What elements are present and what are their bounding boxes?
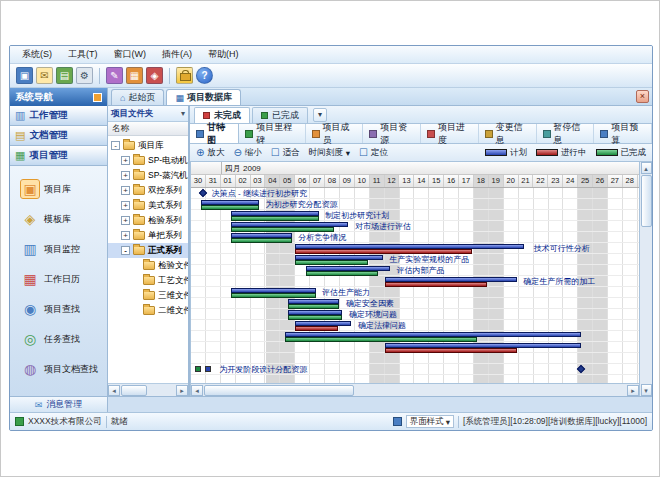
tree-item[interactable]: +单把系列 [108,228,188,243]
gantt-bar-done[interactable] [231,238,292,243]
scroll-right-icon[interactable]: ▸ [176,385,188,396]
edit-icon[interactable]: ✎ [106,67,123,84]
gantt-vertical-scrollbar[interactable]: ▴ ▾ [639,162,652,396]
tree-item[interactable]: +双控系列 [108,183,188,198]
tree-item[interactable]: +SP-蒸汽机系列 [108,168,188,183]
sidebar-item-project-doc-search[interactable]: ◍项目文档查找 [10,354,107,384]
zoom-out-button[interactable]: ⊖缩小 [233,147,261,159]
gantt-vscroll-track[interactable] [641,174,652,384]
expand-icon[interactable]: + [121,231,130,240]
gantt-bar-done[interactable] [285,337,477,342]
gantt-bar-done[interactable] [231,216,318,221]
scroll-right-icon[interactable]: ▸ [627,385,639,396]
expand-icon[interactable]: + [121,201,130,210]
tree-item[interactable]: +SP-电动机系列 [108,153,188,168]
gantt-bar-done[interactable] [306,271,379,276]
view-tab-milestones[interactable]: 项目里程碑 [239,124,305,143]
task-mark[interactable] [195,366,201,372]
tree-item[interactable]: -项目库 [108,138,188,153]
gantt-horizontal-scrollbar[interactable]: ◂ ▸ [191,383,639,396]
collapse-icon[interactable]: - [111,141,120,150]
gantt-bar-done[interactable] [288,315,343,320]
gantt-bar-progress[interactable] [385,348,517,353]
mail-icon[interactable]: ✉ [36,67,53,84]
tree-item[interactable]: 工艺文件 [108,273,188,288]
expand-icon[interactable]: + [121,186,130,195]
gantt-bar-done[interactable] [231,227,333,232]
help-icon[interactable]: ? [196,67,213,84]
view-tab-budget[interactable]: 项目预算 [594,124,652,143]
tree-scroll-thumb[interactable] [121,385,147,396]
tree-item[interactable]: -正式系列 [108,243,188,258]
sidebar-item-work-calendar[interactable]: ▦工作日历 [10,264,107,294]
sidebar-item-task-search[interactable]: ◎任务查找 [10,324,107,354]
expand-icon[interactable]: + [121,171,130,180]
project-folder-header[interactable]: 项目文件夹 ▾ [108,106,188,122]
chart-icon[interactable]: ▦ [126,67,143,84]
sidebar-group-work-management[interactable]: ▥工作管理 [10,106,107,126]
zoom-in-button[interactable]: ⊕放大 [196,147,224,159]
scroll-down-icon[interactable]: ▾ [641,384,652,396]
view-tab-changes[interactable]: 变更信息 [479,124,537,143]
settings-icon[interactable]: ⚙ [76,67,93,84]
locate-button[interactable]: ☐定位 [359,147,388,159]
tree-item[interactable]: 检验文件 [108,258,188,273]
gantt-bar-progress[interactable] [385,282,487,287]
sidebar-options-icon[interactable] [93,93,102,102]
scroll-up-icon[interactable]: ▴ [641,162,652,174]
tab-project-database[interactable]: ▦项目数据库 [166,89,241,105]
task-mark[interactable] [205,366,211,372]
gantt-bar-progress[interactable] [295,249,472,254]
tab-message-management[interactable]: ✉ 消息管理 [10,397,108,412]
milestone-diamond[interactable] [199,189,207,197]
sidebar-item-project-search[interactable]: ◉项目查找 [10,294,107,324]
tree-item[interactable]: 三维文件 [108,288,188,303]
gantt-bar-done[interactable] [295,260,368,265]
sidebar-group-project-management[interactable]: ▦项目管理 [10,146,107,166]
sidebar-item-project-library[interactable]: ▣项目库 [10,174,107,204]
doc-tab-label: 项目数据库 [187,91,232,104]
view-tab-progress[interactable]: 项目进度 [421,124,479,143]
menu-system[interactable]: 系统(S) [14,46,60,63]
tab-start-page[interactable]: ⌂起始页 [111,89,164,105]
scroll-left-icon[interactable]: ◂ [108,385,120,396]
tree-column-header[interactable]: 名称 [108,122,188,136]
tree-horizontal-scrollbar[interactable]: ◂ ▸ [108,383,188,396]
view-tab-members[interactable]: 项目成员 [306,124,364,143]
expand-icon[interactable]: + [121,156,130,165]
plugin-icon[interactable]: ◈ [146,67,163,84]
fit-button[interactable]: ☐适合 [271,147,300,159]
gantt-vscroll-thumb[interactable] [641,175,652,227]
scroll-left-icon[interactable]: ◂ [191,385,203,396]
system-icon[interactable]: ▣ [16,67,33,84]
collapse-icon[interactable]: - [121,246,130,255]
expand-icon[interactable]: + [121,216,130,225]
time-scale-button[interactable]: 时间刻度▾ [309,147,350,159]
grid-icon[interactable]: ▤ [56,67,73,84]
tree-scroll-track[interactable] [120,385,176,396]
style-selector[interactable]: 界面样式 ▾ [406,415,454,428]
tree-item[interactable]: 二维文件 [108,303,188,318]
chevron-down-icon[interactable]: ▾ [181,109,185,118]
lock-icon[interactable] [176,67,193,84]
gantt-bar-done[interactable] [201,205,259,210]
gantt-bar-done[interactable] [288,304,340,309]
view-tab-gantt[interactable]: 甘特图 [190,124,239,143]
view-tab-resources[interactable]: 项目资源 [363,124,421,143]
tree-item[interactable]: +美式系列 [108,198,188,213]
gantt-hscroll-thumb[interactable] [204,385,354,396]
sidebar-item-template-library[interactable]: ◈模板库 [10,204,107,234]
sidebar-item-project-monitor[interactable]: ▥项目监控 [10,234,107,264]
menu-tools[interactable]: 工具(T) [60,46,106,63]
menu-plugins[interactable]: 插件(A) [154,46,200,63]
menu-help[interactable]: 帮助(H) [200,46,247,63]
view-tab-label: 项目预算 [611,121,645,147]
close-tab-icon[interactable]: × [636,90,649,103]
menu-window[interactable]: 窗口(W) [106,46,155,63]
tree-item[interactable]: +检验系列 [108,213,188,228]
gantt-bar-done[interactable] [231,293,315,298]
gantt-hscroll-track[interactable] [203,385,627,396]
gantt-bar-progress[interactable] [295,326,338,331]
sidebar-group-document-management[interactable]: ▤文档管理 [10,126,107,146]
view-tab-pauses[interactable]: 暂停信息 [537,124,595,143]
